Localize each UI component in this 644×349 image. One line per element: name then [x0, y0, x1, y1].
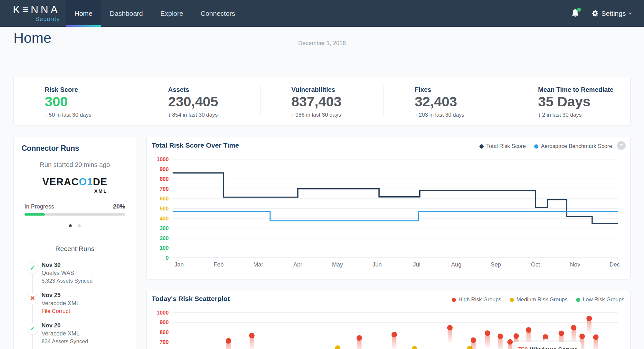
x-axis-tick: Mar — [253, 261, 263, 268]
run-connector-name: Qualys WAS — [42, 270, 133, 276]
legend-dot-blue — [534, 144, 538, 149]
scatter-point-high — [571, 325, 576, 330]
x-axis-tick: Aug — [451, 261, 461, 268]
top-nav: K≡NNA Security Home Dashboard Explore Co… — [0, 0, 644, 27]
caret-down-icon: ▾ — [629, 11, 631, 16]
stat-value: 837,403 — [291, 94, 384, 109]
y-axis-tick: 300 — [160, 225, 169, 231]
scatter-point-medium — [412, 346, 417, 349]
legend-item-benchmark-score[interactable]: Aerospace Benchmark Score — [534, 143, 612, 150]
run-connector-name: Veracode XML — [42, 330, 133, 337]
y-axis-tick: 1000 — [156, 310, 169, 316]
scatter-point-high — [447, 325, 453, 330]
y-axis-tick: 500 — [160, 206, 169, 212]
brand-logo[interactable]: K≡NNA Security — [13, 4, 60, 23]
stat-label: Assets — [168, 86, 260, 93]
nav-tab-connectors[interactable]: Connectors — [192, 0, 244, 27]
stat-delta: ↑986 in last 30 days — [291, 112, 384, 118]
legend-label: High Risk Groups — [459, 296, 501, 303]
kenna-security-home-page: { "nav": { "brand": { "title": "K≡NNA", … — [0, 0, 644, 349]
stat-label: Mean Time to Remediate — [538, 86, 630, 93]
carousel-dot-active[interactable] — [69, 224, 72, 227]
nav-tab-dashboard-label: Dashboard — [110, 10, 143, 17]
y-axis-tick: 200 — [160, 235, 169, 241]
progress-percent: 20% — [113, 203, 125, 210]
progress-status-label: In Progress — [24, 203, 54, 210]
nav-tab-explore[interactable]: Explore — [152, 0, 192, 27]
scatter-point-high — [497, 334, 503, 339]
run-item-nov-20[interactable]: ✓ Nov 20 Veracode XML 834 Assets Synced — [14, 318, 136, 349]
x-axis-tick: Jun — [372, 261, 382, 268]
header-divider — [14, 64, 630, 64]
summary-stats-card: Risk Score 300 ↑50 in last 30 days Asset… — [14, 77, 630, 125]
legend-dot-yellow — [510, 298, 514, 302]
scatter-point-high — [559, 331, 564, 336]
notifications-button[interactable] — [571, 9, 580, 18]
legend-label: Medium Risk Groups — [516, 296, 568, 303]
stat-delta: ↑203 in last 30 days — [415, 112, 507, 118]
recent-runs-title: Recent Runs — [14, 245, 136, 253]
legend-item-total-risk-score[interactable]: Total Risk Score — [479, 143, 526, 150]
stat-delta-text: 50 in last 30 days — [49, 112, 91, 118]
scatter-tooltip: 750Windows Server — [513, 342, 582, 349]
scatter-point-high — [356, 335, 362, 341]
recent-runs-timeline: ✓ Nov 30 Qualys WAS 5,323 Assets Synced … — [14, 258, 136, 349]
divider — [24, 237, 125, 237]
legend-label: Total Risk Score — [486, 143, 526, 150]
y-axis-tick: 700 — [160, 339, 169, 345]
progress-bar — [24, 213, 125, 216]
run-item-nov-30[interactable]: ✓ Nov 30 Qualys WAS 5,323 Assets Synced — [14, 258, 136, 288]
settings-menu[interactable]: Settings ▾ — [592, 10, 631, 17]
x-axis-tick: Feb — [213, 261, 223, 268]
scatter-point-high — [593, 334, 599, 340]
run-item-nov-25[interactable]: ✕ Nov 25 Veracode XML File Corrupt — [14, 288, 136, 318]
help-icon[interactable]: ? — [617, 141, 626, 150]
stat-vulnerabilities: Vulnerabilities 837,403 ↑986 in last 30 … — [260, 86, 384, 116]
legend-item-low-risk[interactable]: Low Risk Groups — [576, 296, 624, 303]
stat-value: 32,403 — [415, 94, 507, 109]
x-axis-tick: Oct — [531, 261, 540, 268]
brand-subtitle: Security — [13, 15, 60, 23]
y-axis-tick: 700 — [160, 186, 169, 192]
progress-bar-fill — [24, 213, 45, 216]
x-axis-tick: Apr — [293, 261, 302, 268]
y-axis-tick: 100 — [160, 245, 169, 251]
chart-line-benchmark-score — [173, 211, 618, 221]
connector-runs-card: Connector Runs Run started 20 mins ago V… — [14, 137, 136, 349]
tooltip-score: 750 — [517, 346, 528, 349]
nav-tab-dashboard[interactable]: Dashboard — [101, 0, 152, 27]
nav-tabs: Home Dashboard Explore Connectors — [66, 0, 244, 27]
scatter-point-high — [485, 330, 490, 336]
trend-up-icon: ↑ — [291, 112, 294, 118]
run-date: Nov 30 — [42, 262, 133, 268]
y-axis-tick: 800 — [160, 176, 169, 182]
stat-label: Vulnerabilities — [291, 86, 384, 93]
scatter-point-high — [471, 337, 476, 343]
stat-risk-score: Risk Score 300 ↑50 in last 30 days — [14, 86, 137, 116]
stat-label: Risk Score — [45, 86, 137, 93]
stat-delta-text: 986 in last 30 days — [296, 112, 341, 118]
nav-tab-connectors-label: Connectors — [201, 10, 235, 17]
gear-icon — [592, 10, 599, 17]
y-axis-tick: 800 — [160, 329, 169, 335]
stat-label: Fixes — [415, 86, 507, 93]
trend-up-icon: ↑ — [415, 112, 418, 118]
trend-down-icon: ↓ — [538, 112, 541, 118]
veracode-logo-xml: XML — [43, 188, 108, 194]
scatter-point-high — [392, 332, 397, 337]
scatter-point-trail — [250, 336, 254, 349]
scatter-point-high — [579, 334, 585, 339]
y-axis-tick: 0 — [166, 255, 169, 261]
stat-value: 230,405 — [168, 94, 260, 109]
stat-mean-time-to-remediate: Mean Time to Remediate 35 Days ↓2 in las… — [507, 86, 630, 116]
scatter-chart-legend: High Risk Groups Medium Risk Groups Low … — [452, 296, 624, 303]
carousel-dot[interactable] — [78, 224, 81, 227]
veracode-logo: VERACO1DE — [43, 176, 108, 188]
scatter-point-trail — [587, 319, 592, 334]
stat-delta-text: 2 in last 30 days — [542, 112, 582, 118]
nav-tab-home[interactable]: Home — [66, 0, 101, 27]
nav-tab-home-label: Home — [74, 10, 92, 17]
x-axis-tick: Dec — [610, 261, 620, 268]
legend-item-high-risk[interactable]: High Risk Groups — [452, 296, 501, 303]
legend-item-medium-risk[interactable]: Medium Risk Groups — [510, 296, 568, 303]
